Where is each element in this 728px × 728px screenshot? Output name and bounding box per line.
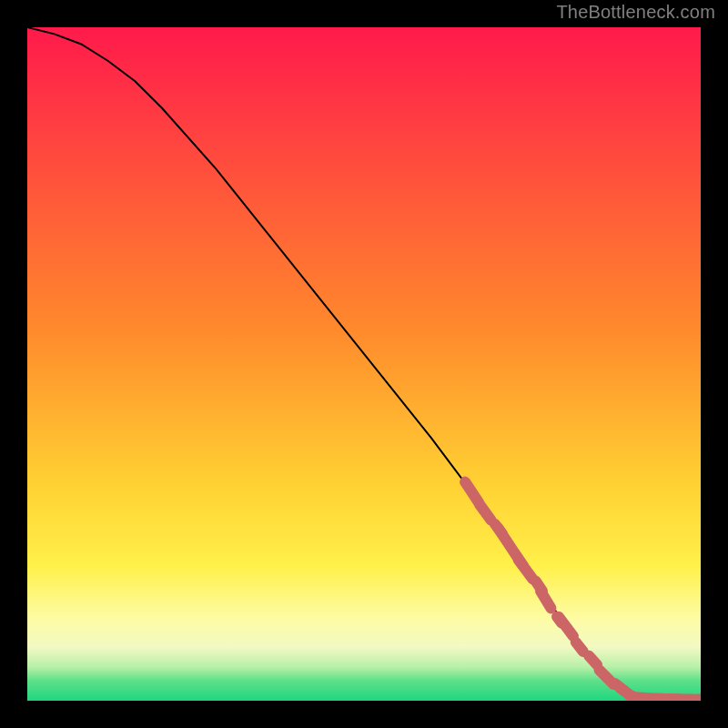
plot-area (27, 27, 701, 701)
gradient-background (27, 27, 701, 701)
chart-stage: TheBottleneck.com (0, 0, 728, 728)
bottleneck-chart (27, 27, 701, 701)
attribution-label: TheBottleneck.com (556, 2, 715, 23)
highlight-dot (589, 656, 597, 665)
highlight-dot (576, 642, 583, 652)
